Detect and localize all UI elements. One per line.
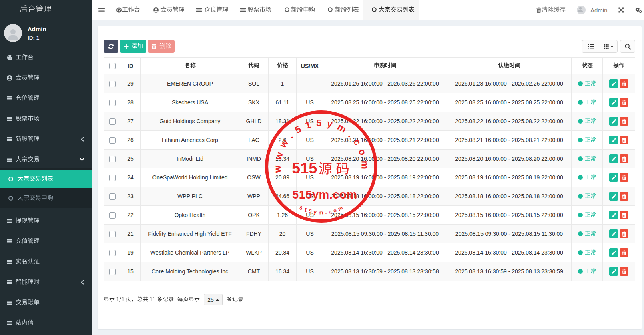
svg-text:515ym.com: 515ym.com (292, 188, 357, 201)
svg-text:515ym.com: 515ym.com (299, 204, 346, 216)
svg-text:515: 515 (292, 160, 317, 177)
